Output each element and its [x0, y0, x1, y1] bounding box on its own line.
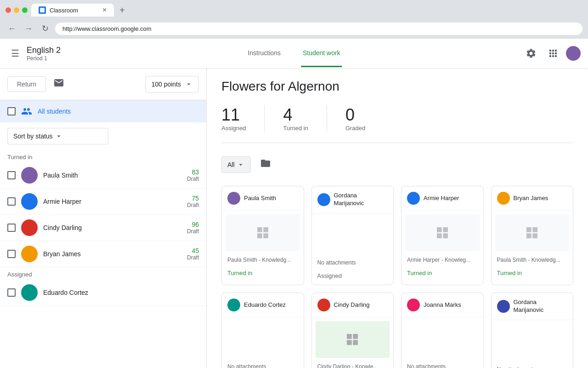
student-checkbox[interactable] — [7, 224, 16, 232]
card-avatar — [407, 192, 420, 205]
student-checkbox[interactable] — [7, 171, 16, 179]
student-name: Paula Smith — [43, 172, 181, 179]
points-select[interactable]: 100 points — [145, 76, 199, 92]
user-avatar[interactable] — [566, 46, 581, 61]
reload-button[interactable]: ↻ — [39, 22, 51, 35]
points-label: 100 points — [151, 80, 181, 88]
card-avatar — [317, 299, 330, 311]
student-card[interactable]: Joanna Marks No attachments — [401, 293, 484, 368]
stats-row: 11 Assigned 4 Turned in 0 Graded — [221, 105, 573, 143]
all-students-label: All students — [38, 108, 71, 115]
address-bar-input[interactable] — [55, 23, 582, 35]
stat-graded: 0 Graded — [345, 105, 384, 132]
sort-row: Sort by status — [0, 122, 206, 150]
student-card[interactable]: Armie Harper Armie Harper - Knowleg... T… — [401, 186, 484, 285]
card-header: Cindy Darling — [312, 293, 394, 317]
all-students-row[interactable]: All students — [0, 100, 206, 122]
card-name: Eduardo Cortez — [244, 301, 286, 309]
student-checkbox[interactable] — [7, 288, 16, 297]
student-row[interactable]: Bryan James 45 Draft — [0, 241, 206, 267]
student-row[interactable]: Armie Harper 75 Draft — [0, 189, 206, 215]
main-layout: Return 100 points All students Sort by s… — [0, 68, 588, 368]
stat-assigned: 11 Assigned — [221, 105, 265, 132]
card-status: Assigned — [312, 270, 394, 285]
filter-label: All — [227, 161, 235, 168]
student-checkbox[interactable] — [7, 197, 16, 206]
classroom-tab-icon — [39, 6, 46, 14]
app-title: English 2 Period 1 — [27, 46, 61, 62]
card-header: Paula Smith — [222, 186, 304, 211]
sidebar: Return 100 points All students Sort by s… — [0, 68, 207, 368]
card-header: Bryan James — [492, 186, 573, 211]
return-button[interactable]: Return — [7, 76, 46, 92]
card-thumbnail — [405, 214, 480, 251]
student-card[interactable]: Gordana Marijanovic No attachments — [491, 293, 574, 368]
filter-select[interactable]: All — [221, 156, 251, 173]
card-no-thumb — [405, 321, 480, 358]
student-row[interactable]: Cindy Darling 96 Draft — [0, 215, 206, 241]
card-header: Eduardo Cortez — [222, 293, 304, 317]
card-file: No attachments — [401, 362, 483, 368]
student-card[interactable]: Cindy Darling Cindy Darling - Knowle.. — [311, 293, 394, 368]
card-name: Armie Harper — [424, 195, 459, 202]
back-button[interactable]: ← — [6, 22, 18, 35]
mail-button[interactable] — [50, 74, 68, 94]
folder-icon — [260, 158, 271, 169]
browser-dots — [6, 7, 28, 13]
gear-icon — [526, 48, 537, 59]
card-file: No attachments — [492, 364, 573, 368]
tab-instructions[interactable]: Instructions — [246, 40, 283, 67]
apps-icon — [548, 48, 559, 59]
stat-assigned-number: 11 — [221, 105, 246, 125]
settings-button[interactable] — [522, 44, 540, 63]
card-no-thumb — [316, 217, 390, 254]
card-name: Joanna Marks — [424, 301, 461, 309]
grid-icon — [525, 225, 539, 240]
grid-icon — [255, 225, 270, 240]
student-row[interactable]: Eduardo Cortez — [0, 280, 206, 306]
card-name: Paula Smith — [244, 195, 276, 202]
grid-icon — [345, 332, 360, 347]
card-avatar — [497, 300, 510, 313]
assigned-section-label: Assigned — [0, 267, 206, 280]
apps-button[interactable] — [544, 44, 562, 63]
address-bar-row: ← → ↻ — [0, 20, 588, 39]
card-thumbnail — [495, 214, 570, 251]
stat-graded-number: 0 — [345, 105, 365, 125]
tab-close-button[interactable]: × — [102, 6, 107, 14]
student-card[interactable]: Eduardo Cortez No attachments — [221, 293, 304, 368]
student-avatar — [21, 246, 38, 262]
forward-button[interactable]: → — [22, 22, 35, 35]
folder-button[interactable] — [256, 154, 275, 175]
card-avatar — [227, 192, 240, 205]
student-checkbox[interactable] — [7, 250, 16, 258]
turned-in-section-label: Turned in — [0, 150, 206, 162]
minimize-dot[interactable] — [14, 7, 19, 13]
card-status: Turned in — [492, 267, 573, 282]
assignment-title: Flowers for Algernon — [221, 79, 573, 94]
student-avatar — [21, 219, 38, 236]
student-name: Armie Harper — [43, 198, 181, 205]
student-card[interactable]: Paula Smith Paula Smith - Knowledg... Tu… — [221, 186, 304, 285]
card-file: Armie Harper - Knowleg... — [401, 255, 483, 267]
all-students-checkbox[interactable] — [7, 107, 16, 115]
maximize-dot[interactable] — [22, 7, 28, 13]
student-name: Eduardo Cortez — [43, 289, 193, 296]
close-dot[interactable] — [6, 7, 11, 13]
sort-select[interactable]: Sort by status — [7, 128, 108, 144]
menu-button[interactable]: ☰ — [7, 44, 23, 63]
tab-student-work[interactable]: Student work — [301, 40, 342, 67]
student-score: 75 Draft — [187, 195, 199, 208]
filter-chevron-icon — [237, 161, 245, 169]
browser-tab[interactable]: Classroom × — [31, 4, 114, 17]
student-card[interactable]: Bryan James Paula Smith - Knowledg... Tu… — [491, 186, 574, 285]
stat-graded-label: Graded — [345, 125, 365, 132]
card-header: Joanna Marks — [401, 293, 483, 317]
card-avatar — [317, 193, 330, 206]
course-subtitle: Period 1 — [27, 55, 61, 62]
student-card[interactable]: Gordana Marijanovic No attachments Assig… — [311, 186, 394, 285]
stat-assigned-label: Assigned — [221, 125, 246, 132]
card-file: Paula Smith - Knowledg... — [492, 255, 573, 267]
new-tab-button[interactable]: + — [118, 3, 127, 17]
student-row[interactable]: Paula Smith 83 Draft — [0, 162, 206, 189]
